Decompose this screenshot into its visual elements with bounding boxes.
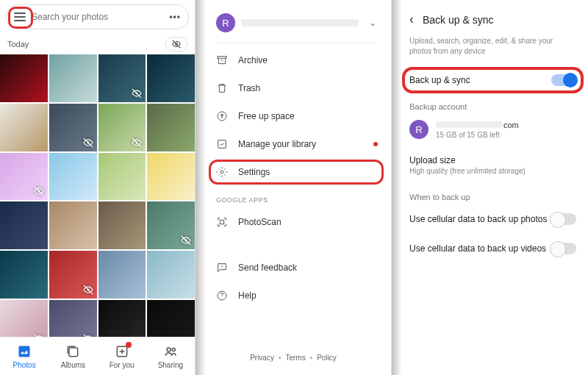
svg-point-4 — [37, 190, 40, 193]
cellular-videos-label: Use cellular data to back up videos — [409, 243, 551, 254]
cellular-videos-toggle[interactable] — [551, 243, 576, 254]
more-icon[interactable]: ••• — [169, 12, 181, 22]
photo-thumb[interactable] — [147, 201, 195, 249]
storage-left: 15 GB of 15 GB left — [436, 131, 519, 139]
cellular-videos-row[interactable]: Use cellular data to back up videos — [392, 234, 588, 263]
menu-trash[interactable]: Trash — [196, 74, 391, 102]
menu-photoscan[interactable]: PhotoScan — [196, 208, 391, 236]
menu-manage-library[interactable]: Manage your library — [196, 130, 391, 158]
svg-point-3 — [136, 141, 138, 143]
menu-help-label: Help — [238, 290, 257, 301]
photo-thumb[interactable] — [49, 201, 97, 249]
not-backed-up-icon — [180, 235, 192, 246]
photo-thumb[interactable] — [98, 251, 146, 299]
nav-for-you[interactable]: For you — [98, 338, 146, 375]
not-backed-up-icon — [131, 88, 143, 99]
backup-sync-toggle[interactable] — [551, 74, 576, 86]
account-row[interactable]: R ⌄ — [196, 0, 391, 43]
menu-settings[interactable]: Settings — [196, 158, 391, 186]
chevron-down-icon[interactable]: ⌄ — [369, 18, 376, 28]
photo-thumb[interactable] — [0, 153, 48, 201]
nav-sharing-label: Sharing — [158, 361, 183, 369]
search-input[interactable] — [32, 12, 163, 22]
page-subtitle: Upload, search, organize, edit, & share … — [392, 33, 588, 65]
photo-thumb[interactable] — [0, 54, 48, 102]
menu-archive[interactable]: Archive — [196, 46, 391, 74]
footer-policy[interactable]: Policy — [317, 354, 337, 362]
svg-point-17 — [220, 171, 223, 174]
drawer-footer: Privacy • Terms • Policy — [196, 340, 391, 375]
menu-manage-label: Manage your library — [238, 139, 316, 149]
nav-photos[interactable]: Photos — [0, 338, 49, 375]
help-icon — [216, 290, 228, 301]
menu-help[interactable]: Help — [196, 282, 391, 310]
archive-icon — [216, 54, 228, 66]
account-email: com — [436, 121, 519, 129]
menu-photoscan-label: PhotoScan — [238, 217, 282, 227]
photo-thumb[interactable] — [0, 251, 48, 299]
photo-thumb[interactable] — [49, 153, 97, 201]
backup-sync-label: Back up & sync — [409, 75, 551, 85]
photo-thumb[interactable] — [98, 201, 146, 249]
page-title: Back up & sync — [423, 14, 494, 26]
svg-point-6 — [87, 288, 89, 290]
photoscan-icon — [216, 216, 228, 228]
svg-point-13 — [172, 348, 175, 351]
gear-icon — [216, 166, 228, 178]
photo-thumb[interactable] — [147, 54, 195, 102]
menu-trash-label: Trash — [238, 83, 260, 93]
menu-icon[interactable] — [14, 12, 26, 21]
footer-privacy[interactable]: Privacy — [250, 354, 274, 362]
backup-sync-pane: ‹ Back up & sync Upload, search, organiz… — [392, 0, 588, 375]
menu-free-up-label: Free up space — [238, 111, 295, 121]
nav-photos-label: Photos — [13, 361, 36, 369]
feedback-icon — [216, 262, 228, 274]
photo-thumb[interactable] — [147, 104, 195, 151]
photo-thumb[interactable] — [49, 54, 97, 102]
for-you-badge — [126, 342, 132, 348]
date-header-row: Today — [0, 34, 195, 54]
settings-header: ‹ Back up & sync — [392, 0, 588, 33]
menu-feedback-label: Send feedback — [238, 262, 297, 273]
nav-albums[interactable]: Albums — [49, 338, 97, 375]
footer-terms[interactable]: Terms — [285, 354, 305, 362]
when-backup-label: When to back up — [392, 182, 588, 204]
photo-thumb[interactable] — [98, 153, 146, 201]
tutorial-highlight-settings — [209, 160, 384, 185]
svg-rect-16 — [218, 140, 226, 149]
cellular-photos-row[interactable]: Use cellular data to back up photos — [392, 204, 588, 234]
bottom-nav: Photos Albums For you Sharing — [0, 337, 195, 375]
menu-archive-label: Archive — [238, 55, 268, 65]
photo-thumb[interactable] — [98, 104, 146, 151]
back-icon[interactable]: ‹ — [409, 12, 414, 27]
nav-sharing[interactable]: Sharing — [146, 338, 195, 375]
not-backed-up-icon — [82, 284, 94, 296]
photo-thumb[interactable] — [147, 153, 195, 201]
photo-thumb[interactable] — [49, 251, 97, 299]
account-name-redacted — [241, 19, 359, 26]
not-backed-up-icon — [82, 137, 94, 149]
photos-grid-pane: ••• Today Photos Albums For you Sharing — [0, 0, 196, 375]
photo-thumb[interactable] — [98, 54, 146, 102]
avatar: R — [216, 13, 235, 32]
menu-free-up[interactable]: Free up space — [196, 102, 391, 130]
menu-feedback[interactable]: Send feedback — [196, 254, 391, 282]
upload-size-label[interactable]: Upload size — [392, 148, 588, 167]
hide-toggle[interactable] — [165, 37, 187, 51]
photo-thumb[interactable] — [147, 251, 195, 299]
backup-sync-toggle-row[interactable]: Back up & sync — [392, 65, 588, 95]
photo-thumb[interactable] — [49, 104, 97, 151]
not-backed-up-icon — [33, 185, 45, 197]
drawer-menu: Archive Trash Free up space Manage your … — [196, 46, 391, 310]
cellular-photos-toggle[interactable] — [551, 213, 576, 225]
backup-account-label: Backup account — [392, 95, 588, 114]
svg-point-5 — [184, 239, 187, 241]
photo-thumb[interactable] — [0, 104, 48, 151]
not-backed-up-icon — [131, 137, 143, 149]
backup-account-row[interactable]: R com 15 GB of 15 GB left — [392, 114, 588, 148]
svg-rect-10 — [69, 348, 78, 357]
photo-grid[interactable] — [0, 54, 195, 343]
photo-thumb[interactable] — [0, 201, 48, 249]
free-up-icon — [216, 110, 228, 122]
search-bar[interactable]: ••• — [6, 4, 189, 29]
